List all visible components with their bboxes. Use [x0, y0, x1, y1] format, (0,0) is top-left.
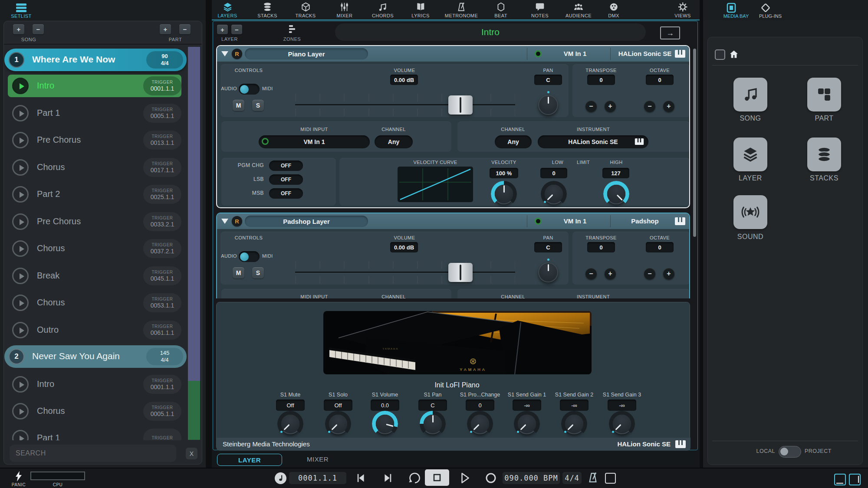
tab-tracks[interactable]: TRACKS [295, 2, 316, 18]
part-row-active[interactable]: Intro TRIGGER 0001.1.1 [8, 75, 181, 97]
position-display[interactable]: 0001.1.1 [289, 472, 346, 484]
play-icon[interactable] [12, 105, 29, 121]
tempo-display[interactable]: 090.000 BPM [503, 472, 560, 484]
search-input[interactable] [10, 445, 176, 462]
velocity-value[interactable]: 100 % [490, 168, 518, 178]
layer-name-field[interactable]: Padshop Layer [245, 216, 368, 227]
record-arm-button[interactable]: R [232, 49, 242, 59]
low-knob[interactable] [543, 183, 564, 204]
go-to-start-icon[interactable] [355, 472, 366, 484]
param-knob[interactable] [422, 413, 443, 434]
collapse-layer-button[interactable] [221, 51, 228, 56]
play-icon[interactable] [12, 159, 29, 176]
octave-plus-button[interactable]: + [663, 101, 674, 112]
part-row[interactable]: Intro TRIGGER0001.1.1 [8, 373, 181, 396]
tab-mixer-bottom[interactable]: MIXER [292, 455, 344, 463]
layer-input-display[interactable]: VM In 1 [542, 50, 608, 57]
octave-minus-button[interactable]: − [644, 268, 655, 279]
play-icon[interactable] [12, 78, 29, 94]
part-row[interactable]: Chorus TRIGGER0005.1.1 [8, 400, 181, 422]
part-row[interactable]: Chorus TRIGGER0053.1.1 [8, 291, 181, 314]
transpose-plus-button[interactable]: + [605, 268, 616, 279]
add-part-button[interactable]: + [160, 24, 171, 34]
pgm-chg-button[interactable]: OFF [269, 160, 303, 171]
mute-button[interactable]: M [233, 267, 244, 278]
remove-part-button[interactable]: − [179, 24, 191, 34]
layer-instrument-display[interactable]: Padshop [616, 217, 674, 225]
tab-audience[interactable]: AUDIENCE [566, 2, 592, 18]
pan-knob[interactable] [538, 95, 558, 115]
tab-metronome[interactable]: METRONOME [445, 2, 478, 18]
divider-right[interactable] [700, 0, 703, 468]
tab-layers[interactable]: LAYERS [218, 2, 237, 18]
tab-lyrics[interactable]: LYRICS [411, 2, 429, 18]
low-value[interactable]: 0 [540, 168, 567, 178]
param-knob[interactable] [280, 413, 301, 434]
instrument-selector[interactable]: HALion Sonic SE [538, 135, 648, 148]
velocity-curve-graph[interactable] [398, 167, 473, 202]
home-icon[interactable] [729, 49, 739, 59]
part-row[interactable]: Part 2 TRIGGER0025.1.1 [8, 183, 181, 206]
param-knob[interactable] [564, 413, 585, 434]
part-row[interactable]: Break TRIGGER0045.1.1 [8, 265, 181, 287]
part-row[interactable]: Part 1 TRIGGER0005.1.1 [8, 102, 181, 124]
play-icon[interactable] [12, 376, 29, 393]
solo-button[interactable]: S [252, 100, 264, 111]
layer-input-display[interactable]: VM In 1 [542, 217, 608, 225]
play-icon[interactable] [12, 213, 29, 230]
tab-stacks[interactable]: STACKS [257, 2, 277, 18]
octave-value[interactable]: 0 [646, 242, 674, 252]
layer-instrument-display[interactable]: HALion Sonic SE [616, 50, 674, 57]
part-row[interactable]: Pre Chorus TRIGGER0033.2.1 [8, 210, 181, 233]
next-part-button[interactable]: → [660, 26, 680, 39]
record-button[interactable] [485, 472, 497, 484]
play-icon[interactable] [12, 322, 29, 338]
param-value[interactable]: C [418, 400, 447, 411]
keyboard-icon[interactable] [675, 440, 686, 449]
media-tile-song[interactable] [733, 78, 767, 111]
part-row[interactable]: Pre Chorus TRIGGER0013.1.1 [8, 129, 181, 151]
layer-panel-padshop[interactable]: R Padshop Layer VM In 1 Padshop CONTROLS… [216, 213, 690, 298]
play-icon[interactable] [12, 186, 29, 203]
octave-value[interactable]: 0 [646, 75, 674, 85]
precount-checkbox[interactable] [605, 473, 616, 484]
out-channel-selector[interactable]: Any [495, 135, 532, 148]
volume-fader-track[interactable] [295, 272, 515, 273]
play-icon[interactable] [12, 430, 29, 440]
layer-panel-piano[interactable]: R Piano Layer VM In 1 HALion Sonic SE CO… [216, 45, 690, 208]
play-icon[interactable] [12, 268, 29, 284]
zones-icon[interactable] [287, 24, 297, 35]
param-knob[interactable] [516, 413, 537, 434]
tab-mixer[interactable]: MIXER [337, 2, 353, 18]
audio-midi-toggle[interactable] [239, 84, 260, 95]
media-tile-sound[interactable] [733, 195, 767, 229]
add-song-button[interactable]: + [13, 24, 24, 34]
part-row[interactable]: Chorus TRIGGER0017.1.1 [8, 156, 181, 179]
tab-views[interactable]: VIEWS [674, 2, 690, 18]
pan-value[interactable]: C [534, 242, 562, 252]
param-knob[interactable] [375, 413, 395, 434]
play-icon[interactable] [12, 403, 29, 419]
play-button[interactable] [459, 472, 470, 484]
play-icon[interactable] [12, 295, 29, 311]
transpose-minus-button[interactable]: − [585, 101, 597, 112]
remove-layer-button[interactable]: − [231, 25, 242, 34]
part-row[interactable]: Part 1 TRIGGER [8, 427, 181, 440]
midi-input-selector[interactable]: VM In 1 [259, 135, 370, 148]
time-signature-display[interactable]: 4/4 [562, 472, 582, 484]
remove-song-button[interactable]: − [33, 24, 44, 34]
record-arm-button[interactable]: R [232, 216, 242, 226]
click-icon[interactable] [275, 472, 286, 484]
toggle-bottom-zone-button[interactable] [834, 474, 846, 485]
media-tile-layer[interactable] [733, 138, 767, 171]
volume-fader-track[interactable] [295, 104, 515, 105]
keyboard-icon[interactable] [674, 49, 686, 58]
pan-value[interactable]: C [534, 75, 562, 85]
tab-layer-bottom[interactable]: LAYER [217, 454, 282, 466]
go-to-end-icon[interactable] [382, 472, 394, 484]
metronome-icon[interactable] [587, 471, 599, 484]
layers-scrollbar[interactable] [693, 49, 696, 237]
part-row[interactable]: Chorus TRIGGER0037.2.1 [8, 237, 181, 260]
solo-button[interactable]: S [252, 267, 264, 278]
cycle-icon[interactable] [408, 472, 421, 484]
